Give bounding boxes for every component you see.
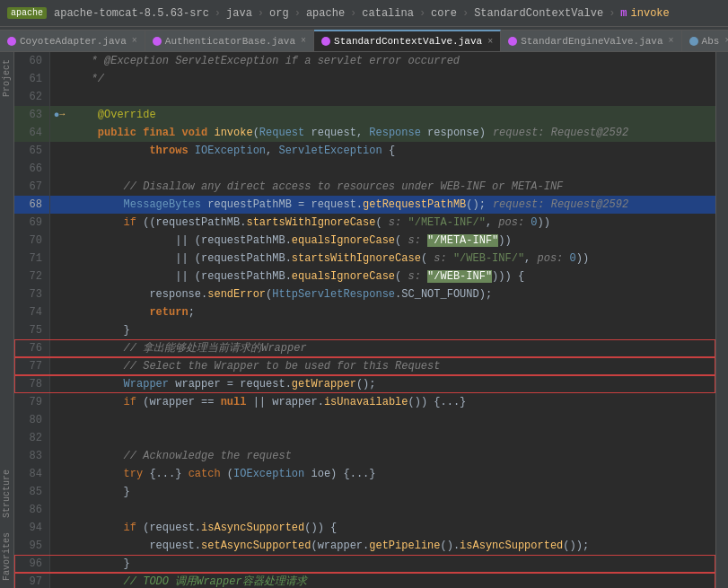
breadcrumb-java[interactable]: java <box>226 7 252 20</box>
code-line-77: 77 // Select the Wrapper to be used for … <box>14 357 715 375</box>
tab-standardengine[interactable]: StandardEngineValve.java × <box>501 30 681 51</box>
code-line: 60 * @Exception ServletException if a se… <box>14 52 715 70</box>
project-icon: apache <box>7 7 47 19</box>
code-line: 67 // Disallow any direct access to reso… <box>14 178 715 196</box>
main-area: Project Structure Favorites 60 * @Except… <box>0 52 728 588</box>
side-label-structure[interactable]: Structure <box>0 462 13 525</box>
side-label-project[interactable]: Project <box>0 52 13 104</box>
code-line: 86 <box>14 501 715 519</box>
code-line: 79 if (wrapper == null || wrapper.isUnav… <box>14 393 715 411</box>
code-line: 64 public final void invoke(Request requ… <box>14 124 715 142</box>
code-line-76: 76 // 拿出能够处理当前请求的Wrapper <box>14 339 715 357</box>
code-line: 80 <box>14 411 715 429</box>
code-line: 84 try {...} catch (IOException ioe) {..… <box>14 465 715 483</box>
code-line: 71 || (requestPathMB.startsWithIgnoreCas… <box>14 250 715 268</box>
code-line: 62 <box>14 88 715 106</box>
breadcrumb-class[interactable]: StandardContextValve <box>474 7 603 20</box>
code-line: 70 || (requestPathMB.equalsIgnoreCase( s… <box>14 232 715 250</box>
code-line: 73 response.sendError(HttpServletRespons… <box>14 285 715 303</box>
code-line: 83 // Acknowledge the request <box>14 447 715 465</box>
tabs-bar: CoyoteAdapter.java × AuthenticatorBase.j… <box>0 27 728 52</box>
tab-coyote[interactable]: CoyoteAdapter.java × <box>0 30 145 51</box>
side-panel-left: Project Structure Favorites <box>0 52 14 588</box>
breadcrumb-core[interactable]: core <box>431 7 457 20</box>
code-line: 63 ●→ @Override <box>14 106 715 124</box>
code-line: 65 throws IOException, ServletException … <box>14 142 715 160</box>
code-line: 72 || (requestPathMB.equalsIgnoreCase( s… <box>14 268 715 285</box>
tab-standardcontext[interactable]: StandardContextValve.java × <box>314 30 501 51</box>
code-line: 94 if (request.isAsyncSupported()) { <box>14 519 715 537</box>
code-line-96: 96 } <box>14 555 715 573</box>
breakpoint-icon: ● <box>54 106 60 124</box>
code-editor[interactable]: 60 * @Exception ServletException if a se… <box>14 52 715 588</box>
code-line: 69 if ((requestPathMB.startsWithIgnoreCa… <box>14 214 715 232</box>
right-panel <box>715 52 728 588</box>
code-line: 85 } <box>14 483 715 501</box>
code-line-97: 97 // TODO 调用Wrapper容器处理请求 <box>14 573 715 588</box>
code-line: 82 <box>14 429 715 447</box>
code-lines: 60 * @Exception ServletException if a se… <box>14 52 715 588</box>
side-label-favorites[interactable]: Favorites <box>0 525 13 588</box>
code-line-78: 78 Wrapper wrapper = request.getWrapper(… <box>14 375 715 393</box>
code-line: 68 MessageBytes requestPathMB = request.… <box>14 196 715 214</box>
breadcrumb-catalina[interactable]: catalina <box>362 7 414 20</box>
breadcrumb-sep-1: › <box>215 7 221 20</box>
top-bar: apache apache-tomcat-8.5.63-src › java ›… <box>0 0 728 27</box>
code-line: 75 } <box>14 321 715 339</box>
method-icon: m <box>620 7 627 20</box>
breadcrumb-method[interactable]: invoke <box>631 7 670 20</box>
breadcrumb-org[interactable]: org <box>269 7 289 20</box>
code-line: 74 return; <box>14 303 715 321</box>
code-line: 95 request.setAsyncSupported(wrapper.get… <box>14 537 715 555</box>
code-line: 66 <box>14 160 715 178</box>
breadcrumb-apache[interactable]: apache <box>306 7 345 20</box>
breadcrumb-project[interactable]: apache-tomcat-8.5.63-src <box>54 7 209 20</box>
tab-authenticator[interactable]: AuthenticatorBase.java × <box>145 30 314 51</box>
tab-abs[interactable]: Abs × <box>682 30 728 51</box>
code-line: 61 */ <box>14 70 715 88</box>
